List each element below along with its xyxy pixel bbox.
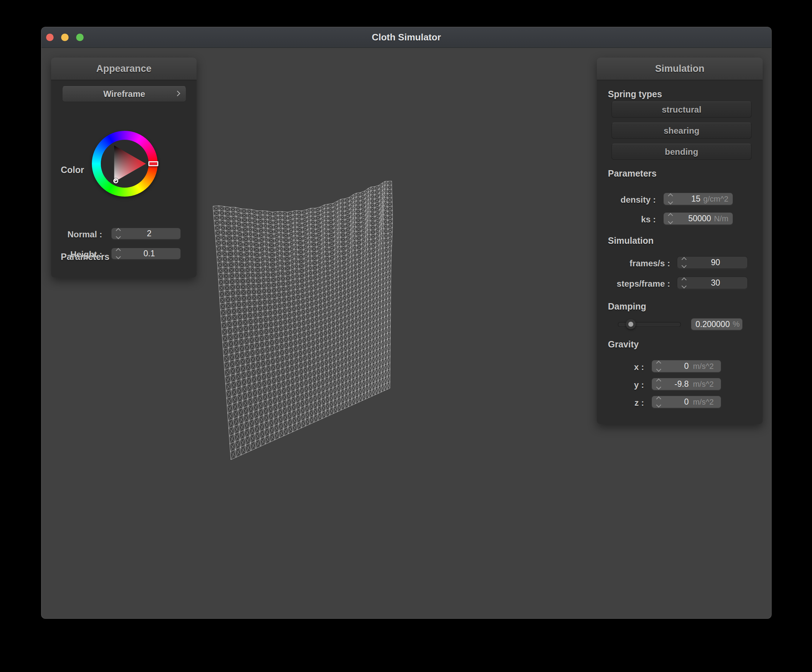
- close-button[interactable]: [46, 34, 54, 41]
- appearance-panel-title: Appearance: [96, 63, 152, 74]
- damping-slider-track[interactable]: [618, 322, 681, 327]
- steps-input[interactable]: 30: [677, 277, 748, 289]
- gravity-z-value: 0: [663, 398, 689, 406]
- damping-unit: %: [733, 320, 740, 328]
- height-value: 0.1: [122, 249, 176, 258]
- cloth-viewport[interactable]: [211, 177, 395, 463]
- spring-types-label: Spring types: [608, 89, 662, 99]
- gravity-x-label: x :: [597, 362, 644, 372]
- simulation-panel: Simulation Spring types structural shear…: [597, 58, 763, 424]
- normal-label: Normal :: [51, 230, 102, 239]
- damping-label: Damping: [608, 301, 646, 312]
- gravity-x-input[interactable]: 0 m/s^2: [652, 360, 721, 372]
- spring-shearing-button[interactable]: shearing: [611, 123, 752, 139]
- frames-label: frames/s :: [597, 258, 670, 268]
- simulation-panel-header[interactable]: Simulation: [597, 58, 763, 80]
- gravity-z-input[interactable]: 0 m/s^2: [652, 396, 721, 408]
- stepper-icon[interactable]: [667, 214, 674, 223]
- saturation-value-triangle[interactable]: [92, 131, 158, 196]
- gravity-x-value: 0: [663, 362, 689, 370]
- normal-value: 2: [122, 230, 176, 238]
- ks-unit: N/m: [714, 215, 728, 223]
- color-section-label: Color: [61, 165, 84, 175]
- shader-dropdown-label: Wireframe: [103, 89, 145, 99]
- chevron-right-icon: [175, 91, 181, 97]
- damping-slider-thumb[interactable]: [626, 319, 636, 329]
- gravity-z-unit: m/s^2: [693, 398, 716, 406]
- spring-bending-label: bending: [665, 147, 698, 157]
- spring-shearing-label: shearing: [664, 126, 699, 136]
- gravity-y-input[interactable]: -9.8 m/s^2: [652, 378, 721, 391]
- spring-structural-button[interactable]: structural: [611, 102, 752, 118]
- window-title: Cloth Simulator: [372, 32, 441, 43]
- height-label: Height :: [51, 249, 102, 259]
- stepper-icon[interactable]: [667, 194, 674, 204]
- title-bar[interactable]: Cloth Simulator: [41, 27, 771, 48]
- damping-value: 0.200000: [696, 320, 730, 329]
- shader-dropdown[interactable]: Wireframe: [62, 86, 186, 102]
- gravity-label: Gravity: [608, 339, 639, 350]
- normal-input[interactable]: 2: [111, 228, 181, 239]
- steps-label: steps/frame :: [597, 279, 670, 289]
- stepper-icon[interactable]: [114, 249, 122, 258]
- height-input[interactable]: 0.1: [111, 248, 181, 259]
- cloth-wireframe-mesh: [211, 177, 395, 463]
- density-label: density :: [597, 195, 656, 205]
- steps-value: 30: [688, 279, 743, 287]
- hue-marker[interactable]: [148, 161, 158, 166]
- gravity-y-unit: m/s^2: [693, 380, 716, 388]
- stepper-icon[interactable]: [655, 362, 663, 371]
- zoom-button[interactable]: [76, 34, 84, 41]
- ks-label: ks :: [597, 215, 656, 225]
- stepper-icon[interactable]: [655, 379, 663, 389]
- simulation-parameters-label: Parameters: [608, 168, 657, 179]
- minimize-button[interactable]: [61, 34, 68, 41]
- saturation-value-marker[interactable]: [113, 178, 118, 183]
- color-wheel[interactable]: [92, 131, 158, 196]
- frames-input[interactable]: 90: [677, 256, 748, 269]
- gravity-x-unit: m/s^2: [693, 362, 716, 370]
- appearance-panel: Appearance Wireframe Color: [51, 58, 196, 277]
- stepper-icon[interactable]: [680, 258, 688, 268]
- density-input[interactable]: 15 g/cm^2: [663, 193, 733, 205]
- app-window: Cloth Simulator Appearance Wireframe Col…: [41, 27, 772, 619]
- appearance-panel-header[interactable]: Appearance: [51, 58, 196, 80]
- density-value: 15: [674, 195, 701, 203]
- gravity-y-value: -9.8: [663, 380, 689, 388]
- stepper-icon[interactable]: [655, 397, 663, 407]
- stepper-icon[interactable]: [114, 229, 122, 239]
- spring-structural-label: structural: [662, 105, 701, 115]
- density-unit: g/cm^2: [703, 195, 728, 203]
- simulation-panel-title: Simulation: [655, 63, 705, 74]
- damping-value-box[interactable]: 0.200000 %: [691, 318, 743, 330]
- gravity-y-label: y :: [597, 380, 644, 390]
- ks-input[interactable]: 50000 N/m: [663, 212, 733, 225]
- spring-bending-button[interactable]: bending: [611, 144, 752, 160]
- ks-value: 50000: [674, 215, 711, 223]
- stepper-icon[interactable]: [680, 278, 688, 288]
- frames-value: 90: [688, 258, 743, 267]
- gravity-z-label: z :: [597, 398, 644, 408]
- simulation-section-label: Simulation: [608, 235, 654, 246]
